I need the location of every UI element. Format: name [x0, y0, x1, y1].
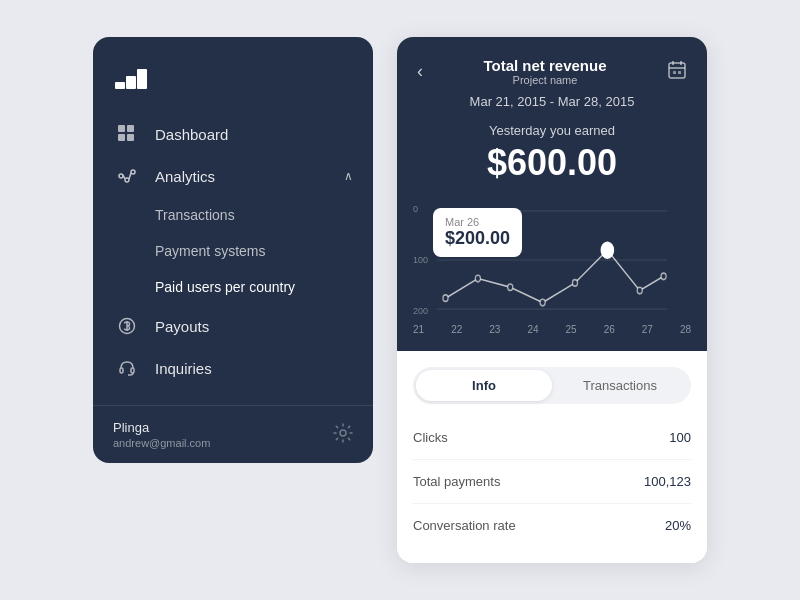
user-section: Plinga andrew@gmail.com	[93, 405, 373, 463]
user-info: Plinga andrew@gmail.com	[113, 420, 210, 449]
x-label-25: 25	[566, 324, 577, 335]
svg-rect-4	[127, 125, 134, 132]
svg-point-33	[661, 273, 666, 280]
calendar-icon[interactable]	[667, 60, 687, 84]
sidebar-item-label-inquiries: Inquiries	[155, 360, 353, 377]
grid-icon	[113, 125, 141, 143]
sidebar-header	[93, 37, 373, 113]
chart-tooltip: Mar 26 $200.00	[433, 208, 522, 257]
svg-rect-2	[137, 69, 147, 89]
x-label-22: 22	[451, 324, 462, 335]
chart-container: 200 100 0	[413, 200, 691, 320]
user-name: Plinga	[113, 420, 210, 435]
sidebar-item-analytics[interactable]: Analytics ∧	[93, 155, 373, 197]
svg-point-30	[572, 280, 577, 287]
earned-label: Yesterday you earned	[417, 123, 687, 138]
svg-point-28	[508, 284, 513, 291]
gear-icon[interactable]	[333, 423, 353, 447]
stat-value-payments: 100,123	[644, 474, 691, 489]
left-sidebar: Dashboard Analytics ∧ Trans	[93, 37, 373, 463]
y-label-200: 200	[413, 306, 428, 316]
subnav-payment-systems[interactable]: Payment systems	[155, 233, 373, 269]
sidebar-item-label-payouts: Payouts	[155, 318, 353, 335]
stat-value-clicks: 100	[669, 430, 691, 445]
sidebar-item-dashboard[interactable]: Dashboard	[93, 113, 373, 155]
sidebar-item-label-analytics: Analytics	[155, 168, 344, 185]
right-panel: ‹ Total net revenue Project name	[397, 37, 707, 563]
tab-transactions[interactable]: Transactions	[552, 370, 688, 401]
sidebar-item-inquiries[interactable]: Inquiries	[93, 347, 373, 389]
svg-rect-21	[673, 71, 676, 74]
x-label-21: 21	[413, 324, 424, 335]
header-nav: ‹ Total net revenue Project name	[417, 57, 687, 86]
x-label-24: 24	[527, 324, 538, 335]
tab-group: Info Transactions	[413, 367, 691, 404]
panel-title: Total net revenue	[483, 57, 606, 74]
stat-label-payments: Total payments	[413, 474, 500, 489]
user-email: andrew@gmail.com	[113, 437, 210, 449]
svg-rect-5	[118, 134, 125, 141]
tooltip-date: Mar 26	[445, 216, 510, 228]
svg-rect-15	[131, 368, 134, 373]
analytics-icon	[113, 167, 141, 185]
y-label-0: 0	[413, 204, 428, 214]
stat-row-clicks: Clicks 100	[413, 416, 691, 460]
svg-rect-3	[118, 125, 125, 132]
logo-icon	[113, 61, 149, 97]
x-label-28: 28	[680, 324, 691, 335]
y-axis-labels: 200 100 0	[413, 200, 428, 320]
x-axis-labels: 21 22 23 24 25 26 27 28	[413, 320, 691, 335]
headset-icon	[113, 359, 141, 377]
svg-point-31	[601, 243, 613, 258]
svg-point-26	[443, 295, 448, 302]
stat-row-conversion: Conversation rate 20%	[413, 504, 691, 547]
tooltip-amount: $200.00	[445, 228, 510, 249]
svg-point-27	[475, 275, 480, 282]
tabs-section: Info Transactions	[397, 351, 707, 412]
earned-amount: $600.00	[417, 142, 687, 184]
back-button[interactable]: ‹	[417, 61, 423, 82]
sidebar-item-payouts[interactable]: Payouts	[93, 305, 373, 347]
subnav-transactions[interactable]: Transactions	[155, 197, 373, 233]
svg-point-7	[119, 174, 123, 178]
stat-label-conversion: Conversation rate	[413, 518, 516, 533]
subnav-paid-users[interactable]: Paid users per country	[155, 269, 373, 305]
svg-point-29	[540, 299, 545, 306]
right-header: ‹ Total net revenue Project name	[397, 37, 707, 200]
stat-label-clicks: Clicks	[413, 430, 448, 445]
svg-rect-0	[115, 82, 125, 89]
chart-area: 200 100 0	[397, 200, 707, 351]
stats-section: Clicks 100 Total payments 100,123 Conver…	[397, 412, 707, 563]
stat-value-conversion: 20%	[665, 518, 691, 533]
svg-point-16	[340, 430, 346, 436]
x-label-26: 26	[604, 324, 615, 335]
dollar-icon	[113, 317, 141, 335]
panel-subtitle: Project name	[483, 74, 606, 86]
svg-line-10	[123, 175, 125, 179]
sidebar-item-label-dashboard: Dashboard	[155, 126, 353, 143]
y-label-100: 100	[413, 255, 428, 265]
svg-rect-1	[126, 76, 136, 89]
svg-rect-17	[669, 63, 685, 78]
svg-line-11	[129, 173, 131, 179]
svg-rect-14	[120, 368, 123, 373]
date-range: Mar 21, 2015 - Mar 28, 2015	[417, 94, 687, 109]
header-title-group: Total net revenue Project name	[483, 57, 606, 86]
analytics-subnav: Transactions Payment systems Paid users …	[93, 197, 373, 305]
x-label-27: 27	[642, 324, 653, 335]
nav-items: Dashboard Analytics ∧ Trans	[93, 113, 373, 405]
stat-row-payments: Total payments 100,123	[413, 460, 691, 504]
svg-point-32	[637, 287, 642, 294]
tab-info[interactable]: Info	[416, 370, 552, 401]
chevron-up-icon: ∧	[344, 169, 353, 183]
x-label-23: 23	[489, 324, 500, 335]
svg-rect-6	[127, 134, 134, 141]
svg-rect-22	[678, 71, 681, 74]
